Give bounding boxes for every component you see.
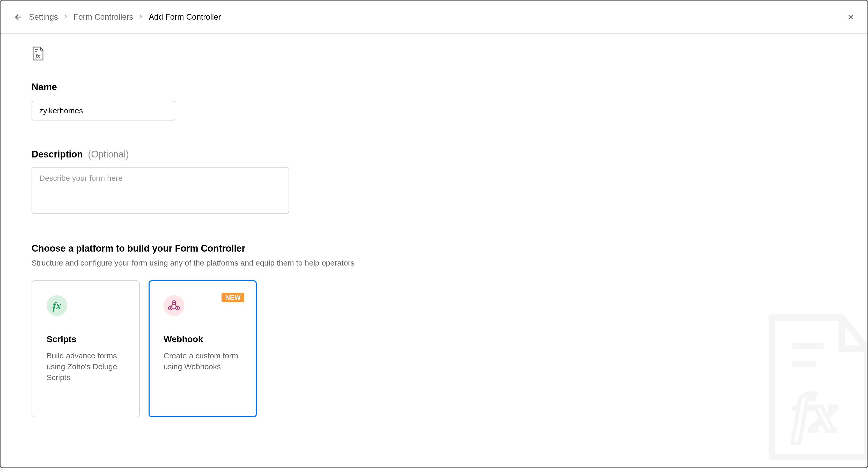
card-title: Webhook — [163, 334, 242, 344]
breadcrumb-current: Add Form Controller — [149, 12, 221, 22]
platform-section-subtitle: Structure and configure your form using … — [32, 259, 836, 267]
chevron-right-icon — [138, 13, 144, 21]
description-field-group: Description (Optional) — [32, 149, 836, 214]
breadcrumb-settings[interactable]: Settings — [29, 12, 58, 22]
description-label: Description (Optional) — [32, 149, 836, 160]
platform-card-scripts[interactable]: fx Scripts Build advance forms using Zoh… — [32, 280, 140, 417]
svg-text:fx: fx — [793, 383, 838, 443]
card-desc: Create a custom form using Webhooks — [163, 350, 242, 372]
breadcrumb-form-controllers[interactable]: Form Controllers — [73, 12, 133, 22]
name-input[interactable] — [32, 101, 175, 121]
name-field-group: Name — [32, 82, 836, 121]
close-button[interactable] — [847, 13, 855, 21]
svg-point-9 — [173, 302, 175, 303]
svg-text:fx: fx — [35, 53, 40, 59]
arrow-left-icon — [14, 13, 23, 22]
optional-tag: (Optional) — [88, 149, 129, 160]
svg-point-11 — [177, 307, 178, 309]
card-title: Scripts — [46, 334, 125, 344]
platform-card-webhook[interactable]: NEW Webhook Create a custom form using W… — [149, 280, 257, 417]
form-controller-icon: fx — [32, 46, 44, 61]
background-watermark-icon: fx — [762, 312, 868, 462]
main-content: fx Name Description (Optional) Choose a … — [1, 34, 867, 430]
breadcrumb: Settings Form Controllers Add Form Contr… — [29, 12, 221, 22]
new-badge: NEW — [221, 293, 244, 302]
page-header: Settings Form Controllers Add Form Contr… — [1, 1, 867, 34]
chevron-right-icon — [63, 13, 68, 21]
scripts-icon: fx — [46, 295, 67, 316]
svg-point-10 — [169, 307, 171, 309]
platform-section-title: Choose a platform to build your Form Con… — [32, 243, 836, 254]
description-input[interactable] — [32, 167, 289, 213]
close-icon — [847, 13, 855, 21]
webhook-icon — [163, 295, 184, 316]
back-button[interactable] — [13, 12, 23, 22]
platform-cards: fx Scripts Build advance forms using Zoh… — [32, 280, 836, 417]
card-desc: Build advance forms using Zoho's Deluge … — [46, 350, 125, 383]
name-label: Name — [32, 82, 836, 93]
